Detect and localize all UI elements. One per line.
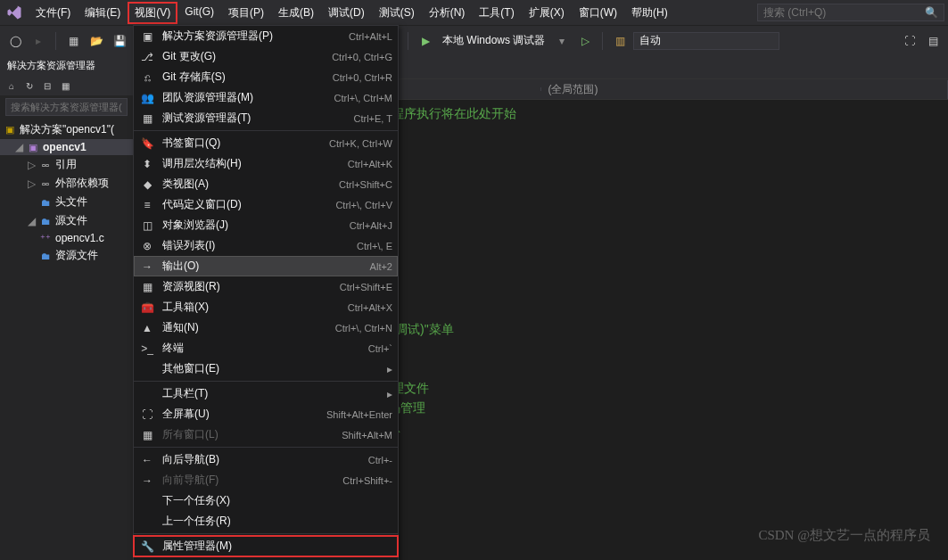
menu-item-属性页(Y)[interactable]: 属性页(Y) xyxy=(134,556,398,560)
references-node[interactable]: ▷▫▫引用 xyxy=(0,155,133,174)
output-icon: → xyxy=(139,259,155,274)
config-select[interactable] xyxy=(633,32,779,50)
menu-item-属性管理器(M)[interactable]: 🔧属性管理器(M) xyxy=(134,536,398,556)
start-no-debug-icon[interactable]: ▷ xyxy=(575,31,595,51)
open-icon[interactable]: 📂 xyxy=(87,31,106,51)
menu-编辑(E)[interactable]: 编辑(E) xyxy=(78,2,128,24)
wrench-icon: 🔧 xyxy=(139,539,155,554)
vs-logo-icon xyxy=(4,2,25,23)
quick-search[interactable]: 🔍 xyxy=(757,4,944,21)
menu-item-类视图(A)[interactable]: ◆类视图(A)Ctrl+Shift+C xyxy=(134,174,398,194)
menu-item-资源视图(R)[interactable]: ▦资源视图(R)Ctrl+Shift+E xyxy=(134,276,398,297)
menu-item-上一个任务(R)[interactable]: 上一个任务(R) xyxy=(134,511,398,531)
debugger-label[interactable]: 本地 Windows 调试器 xyxy=(439,33,548,48)
menu-测试(S)[interactable]: 测试(S) xyxy=(372,2,422,24)
menu-item-对象浏览器(J)[interactable]: ◫对象浏览器(J)Ctrl+Alt+J xyxy=(134,215,398,235)
fullscreen-icon: ⛶ xyxy=(139,408,155,422)
refresh-icon[interactable]: ↻ xyxy=(21,78,37,94)
blank-icon xyxy=(139,515,155,529)
team-icon: 👥 xyxy=(139,91,155,105)
menu-item-测试资源管理器(T)[interactable]: ▦测试资源管理器(T)Ctrl+E, T xyxy=(134,108,398,128)
search-input[interactable] xyxy=(763,6,921,19)
git-repo-icon: ⎌ xyxy=(139,70,155,85)
menu-视图(V)[interactable]: 视图(V) xyxy=(128,2,177,24)
play-icon[interactable]: ▶ xyxy=(416,31,435,51)
menu-item-团队资源管理器(M)[interactable]: 👥团队资源管理器(M)Ctrl+\, Ctrl+M xyxy=(134,87,398,108)
dropdown-icon[interactable]: ▾ xyxy=(552,31,572,51)
build-icon[interactable]: ▥ xyxy=(610,31,630,51)
menu-窗口(W)[interactable]: 窗口(W) xyxy=(572,2,624,24)
resources-node[interactable]: 🖿资源文件 xyxy=(0,246,133,265)
back-icon: ← xyxy=(139,453,155,467)
menu-Git(G)[interactable]: Git(G) xyxy=(177,2,221,24)
allwin-icon: ▦ xyxy=(139,428,155,442)
menu-扩展(X)[interactable]: 扩展(X) xyxy=(522,2,572,24)
menu-item-全屏幕(U)[interactable]: ⛶全屏幕(U)Shift+Alt+Enter xyxy=(134,404,398,424)
menu-item-向前导航(F): →向前导航(F)Ctrl+Shift+- xyxy=(134,470,398,490)
project-node[interactable]: ◢▣opencv1 xyxy=(0,139,133,155)
source-file-node[interactable]: ⁺⁺opencv1.c xyxy=(0,230,133,246)
search-icon: 🔍 xyxy=(925,6,938,19)
blank-icon xyxy=(139,362,155,376)
collapse-icon[interactable]: ⊟ xyxy=(39,78,55,94)
resource-icon: ▦ xyxy=(139,280,155,294)
view-menu-dropdown: ▣解决方案资源管理器(P)Ctrl+Alt+L⎇Git 更改(G)Ctrl+0,… xyxy=(133,25,399,560)
sidebar-title: 解决方案资源管理器 xyxy=(0,55,133,76)
menu-调试(D)[interactable]: 调试(D) xyxy=(321,2,372,24)
blank-icon xyxy=(139,387,155,401)
sidebar-toolbar: ⌂ ↻ ⊟ ▦ xyxy=(0,76,133,95)
terminal-icon: >_ xyxy=(139,342,155,356)
class-icon: ◆ xyxy=(139,177,155,192)
solution-search-input[interactable] xyxy=(5,98,128,116)
show-all-icon[interactable]: ▦ xyxy=(57,78,73,94)
solution-tree: ▣解决方案"opencv1"( ◢▣opencv1 ▷▫▫引用 ▷▫▫外部依赖项… xyxy=(0,119,133,267)
menu-item-下一个任务(X)[interactable]: 下一个任务(X) xyxy=(134,490,398,511)
menu-item-Git 更改(G)[interactable]: ⎇Git 更改(G)Ctrl+0, Ctrl+G xyxy=(134,46,398,67)
menu-item-调用层次结构(H)[interactable]: ⬍调用层次结构(H)Ctrl+Alt+K xyxy=(134,153,398,174)
nav-fwd-icon[interactable]: ▸ xyxy=(29,31,48,51)
nav-back-icon[interactable]: ◯ xyxy=(5,31,25,51)
toolbox-icon: 🧰 xyxy=(139,301,155,315)
external-deps-node[interactable]: ▷▫▫外部依赖项 xyxy=(0,174,133,193)
live-share-icon[interactable]: ⛶ xyxy=(900,31,919,51)
menu-文件(F)[interactable]: 文件(F) xyxy=(29,2,78,24)
solution-node[interactable]: ▣解决方案"opencv1"( xyxy=(0,120,133,139)
git-icon: ⎇ xyxy=(139,50,155,64)
save-icon[interactable]: 💾 xyxy=(110,31,129,51)
hierarchy-icon: ⬍ xyxy=(139,157,155,171)
obj-icon: ◫ xyxy=(139,218,155,233)
solution-explorer: 解决方案资源管理器 ⌂ ↻ ⊟ ▦ ▣解决方案"opencv1"( ◢▣open… xyxy=(0,55,134,560)
window-icon: ▣ xyxy=(139,29,155,44)
menu-item-其他窗口(E)[interactable]: 其他窗口(E)▸ xyxy=(134,358,398,379)
menu-分析(N)[interactable]: 分析(N) xyxy=(422,2,473,24)
crumb-scope[interactable]: (全局范围) xyxy=(541,80,949,99)
menu-item-代码定义窗口(D)[interactable]: ≡代码定义窗口(D)Ctrl+\, Ctrl+V xyxy=(134,194,398,215)
new-project-icon[interactable]: ▦ xyxy=(63,31,83,51)
menu-item-错误列表(I)[interactable]: ⊗错误列表(I)Ctrl+\, E xyxy=(134,235,398,256)
fwd-icon: → xyxy=(139,474,155,488)
notify-icon: ▲ xyxy=(139,321,155,335)
code-def-icon: ≡ xyxy=(139,198,155,212)
bookmark-icon: 🔖 xyxy=(139,136,155,151)
menu-item-Git 存储库(S)[interactable]: ⎌Git 存储库(S)Ctrl+0, Ctrl+R xyxy=(134,67,398,87)
headers-node[interactable]: 🖿头文件 xyxy=(0,193,133,211)
menu-项目(P)[interactable]: 项目(P) xyxy=(221,2,271,24)
menu-item-通知(N)[interactable]: ▲通知(N)Ctrl+\, Ctrl+N xyxy=(134,317,398,338)
menu-工具(T)[interactable]: 工具(T) xyxy=(472,2,521,24)
menu-item-输出(O)[interactable]: →输出(O)Alt+2 xyxy=(134,256,398,276)
menubar: 文件(F)编辑(E)视图(V)Git(G)项目(P)生成(B)调试(D)测试(S… xyxy=(0,0,948,25)
menu-item-所有窗口(L): ▦所有窗口(L)Shift+Alt+M xyxy=(134,424,398,445)
menu-帮助(H)[interactable]: 帮助(H) xyxy=(624,2,675,24)
panel-icon[interactable]: ▤ xyxy=(923,31,943,51)
sources-node[interactable]: ◢🖿源文件 xyxy=(0,211,133,230)
menu-item-向后导航(B)[interactable]: ←向后导航(B)Ctrl+- xyxy=(134,449,398,470)
menu-item-终端[interactable]: >_终端Ctrl+` xyxy=(134,338,398,358)
home-icon[interactable]: ⌂ xyxy=(4,78,20,94)
menu-生成(B)[interactable]: 生成(B) xyxy=(271,2,321,24)
menu-item-工具箱(X)[interactable]: 🧰工具箱(X)Ctrl+Alt+X xyxy=(134,297,398,317)
menu-item-书签窗口(Q)[interactable]: 🔖书签窗口(Q)Ctrl+K, Ctrl+W xyxy=(134,133,398,153)
test-icon: ▦ xyxy=(139,111,155,126)
menu-item-解决方案资源管理器(P)[interactable]: ▣解决方案资源管理器(P)Ctrl+Alt+L xyxy=(134,26,398,46)
blank-icon xyxy=(139,494,155,508)
menu-item-工具栏(T)[interactable]: 工具栏(T)▸ xyxy=(134,383,398,404)
